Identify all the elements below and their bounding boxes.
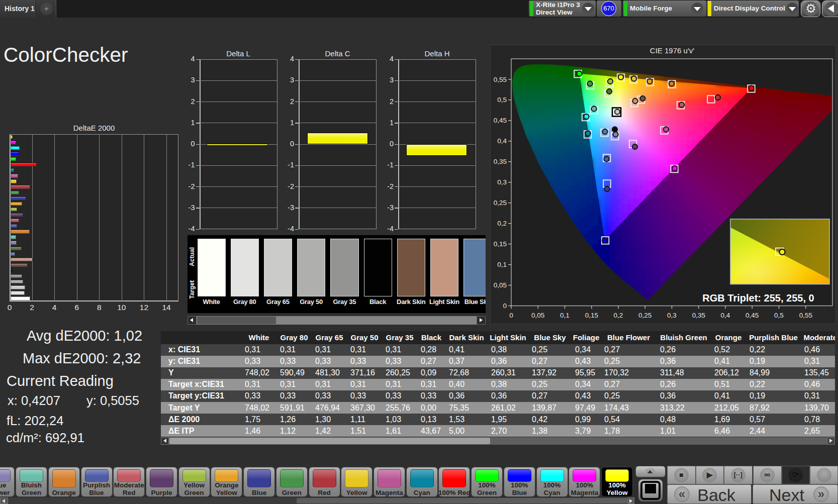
svg-text:0,35: 0,35 — [493, 158, 506, 165]
svg-text:0,2: 0,2 — [613, 312, 623, 319]
svg-text:RGB Triplet: 255, 255, 0: RGB Triplet: 255, 255, 0 — [702, 292, 814, 304]
svg-text:0: 0 — [509, 312, 513, 319]
svg-text:0,5: 0,5 — [774, 312, 784, 319]
svg-text:0,3: 0,3 — [497, 178, 507, 186]
svg-text:0,2: 0,2 — [497, 220, 507, 227]
svg-text:0,15: 0,15 — [585, 312, 598, 319]
svg-text:0,05: 0,05 — [493, 281, 506, 289]
svg-text:0,3: 0,3 — [667, 312, 677, 319]
svg-text:0,1: 0,1 — [560, 312, 570, 319]
svg-text:0,25: 0,25 — [638, 312, 651, 319]
svg-text:CIE 1976 u'v': CIE 1976 u'v' — [649, 46, 694, 55]
svg-text:0,35: 0,35 — [692, 312, 705, 319]
svg-text:0,1: 0,1 — [497, 261, 507, 268]
svg-text:0,4: 0,4 — [720, 312, 730, 319]
svg-text:0,45: 0,45 — [746, 312, 759, 319]
svg-text:0,5: 0,5 — [497, 96, 507, 104]
svg-text:0,25: 0,25 — [493, 199, 506, 207]
svg-text:0,45: 0,45 — [493, 117, 506, 124]
svg-text:0,05: 0,05 — [531, 312, 544, 319]
svg-text:0,55: 0,55 — [493, 76, 506, 83]
svg-text:0,4: 0,4 — [497, 137, 507, 145]
svg-text:0,15: 0,15 — [493, 240, 506, 248]
svg-text:0,55: 0,55 — [799, 312, 812, 319]
svg-text:0: 0 — [503, 302, 507, 310]
